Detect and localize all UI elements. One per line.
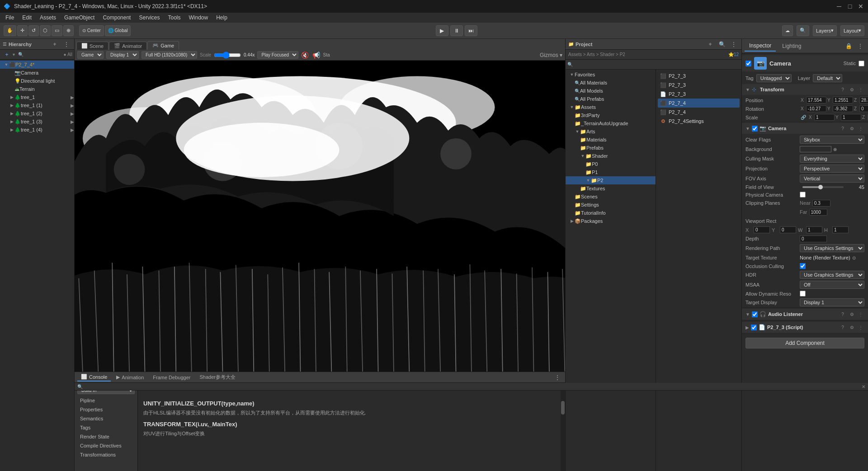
folder-3rdparty[interactable]: 📁 3rdParty — [566, 111, 656, 119]
file-p273-scene[interactable]: ⬛ P2_7_3 — [658, 71, 740, 80]
sidebar-transformations[interactable]: Transformations — [75, 450, 137, 459]
pause-button[interactable]: ⏸ — [450, 25, 463, 36]
project-menu[interactable]: ⋮ — [729, 39, 739, 49]
tab-animator[interactable]: 🎬 Animator — [109, 42, 147, 50]
hier-add-btn[interactable]: + — [2, 50, 12, 60]
search-button[interactable]: 🔍 — [797, 25, 809, 36]
sc-x-input[interactable] — [814, 114, 835, 121]
hier-tree1-1[interactable]: ▶ 🌲 tree_1 (1) ▶ — [0, 101, 74, 109]
script-menu[interactable]: ⋮ — [857, 324, 864, 331]
fav-all-materials[interactable]: 🔍 All Materials — [566, 79, 656, 87]
audio-info[interactable]: ? — [839, 311, 846, 318]
folder-prefabs[interactable]: 📁 Prefabs — [566, 144, 656, 152]
display-num-select[interactable]: Display 1 — [106, 51, 139, 59]
hier-tree1-4[interactable]: ▶ 🌲 tree_1 (4) ▶ — [0, 126, 74, 134]
menu-help[interactable]: Help — [212, 14, 231, 22]
near-input[interactable] — [812, 200, 830, 207]
file-p274-2[interactable]: ⬛ P2_7_4 — [658, 108, 740, 117]
tree1-expand[interactable]: ▶ — [71, 95, 74, 100]
sidebar-semantics[interactable]: Semantics — [75, 414, 137, 423]
file-p273-script[interactable]: 📄 P2_7_3 — [658, 89, 740, 99]
audio-btn[interactable]: 📢 — [312, 52, 320, 59]
tab-frame-debugger[interactable]: Frame Debugger — [149, 374, 194, 381]
tab-lighting[interactable]: Lighting — [778, 41, 806, 51]
inspector-lock[interactable]: 🔒 — [844, 41, 854, 51]
file-p274[interactable]: ⬛ P2_7_4 — [658, 99, 740, 108]
menu-assets[interactable]: Assets — [36, 14, 60, 22]
sc-y-input[interactable] — [841, 114, 861, 121]
global-toggle[interactable]: 🌐 Global — [105, 25, 131, 36]
menu-file[interactable]: File — [2, 14, 18, 22]
rot-y-input[interactable] — [833, 105, 853, 112]
layers-dropdown[interactable]: Layers ▾ — [813, 25, 837, 36]
fav-all-models[interactable]: 🔍 All Models — [566, 87, 656, 95]
occlusion-checkbox[interactable] — [800, 263, 806, 269]
shader-arrow[interactable]: ▼ — [580, 154, 585, 158]
menu-edit[interactable]: Edit — [19, 14, 35, 22]
transform-menu[interactable]: ⋮ — [857, 86, 864, 93]
folder-textures[interactable]: 📁 Textures — [566, 184, 656, 193]
project-search-btn[interactable]: 🔍 — [717, 39, 727, 49]
add-component-button[interactable]: Add Component — [745, 338, 864, 349]
hier-search[interactable]: 🔍 — [16, 50, 26, 60]
tool-rotate[interactable]: ↺ — [28, 25, 39, 36]
tree1-arrow[interactable]: ▶ — [9, 95, 14, 99]
clear-flags-select[interactable]: Skybox — [800, 136, 864, 144]
audio-settings[interactable]: ⚙ — [848, 311, 855, 318]
physical-cam-checkbox[interactable] — [800, 192, 806, 198]
culling-mask-select[interactable]: Everything — [800, 155, 864, 163]
rot-x-input[interactable] — [806, 105, 826, 112]
project-add[interactable]: + — [705, 39, 715, 49]
scene-arrow[interactable]: ▼ — [4, 62, 9, 67]
tree1-1-expand[interactable]: ▶ — [71, 103, 74, 108]
gizmos-btn[interactable]: Gizmos ▾ — [540, 52, 562, 58]
tab-animation[interactable]: ▶ Animation — [113, 373, 147, 381]
pos-x-input[interactable] — [806, 97, 826, 104]
hierarchy-menu[interactable]: ⋮ — [61, 39, 71, 49]
inspector-menu[interactable]: ⋮ — [855, 41, 865, 51]
static-checkbox[interactable] — [859, 61, 864, 66]
file-p274-settings[interactable]: ⚙ P2_7_4Settings — [658, 117, 740, 126]
close-btn[interactable]: ✕ — [857, 3, 864, 10]
camera-enabled[interactable] — [752, 126, 758, 132]
mute-btn[interactable]: 🔇 — [301, 52, 309, 59]
eyedropper-icon[interactable]: ⊕ — [833, 147, 837, 152]
pivot-toggle[interactable]: ⊙ Center — [79, 25, 104, 36]
transform-info[interactable]: ? — [839, 86, 846, 93]
vp-w-input[interactable] — [806, 226, 822, 233]
menu-tools[interactable]: Tools — [164, 14, 184, 22]
folder-scenes[interactable]: 📁 Scenes — [566, 193, 656, 201]
vp-x-input[interactable] — [754, 226, 770, 233]
hier-camera[interactable]: 📷 Camera — [0, 69, 74, 77]
rot-z-input[interactable] — [859, 105, 868, 112]
tool-transform[interactable]: ⊕ — [63, 25, 74, 36]
tab-scene[interactable]: ⬜ Scene — [76, 42, 108, 50]
folder-terrain[interactable]: 📁 _TerrainAutoUpgrade — [566, 119, 656, 127]
scene-root[interactable]: ▼ ⬛ P2_7_4* — [0, 61, 74, 69]
hier-tree1-2[interactable]: ▶ 🌲 tree_1 (2) ▶ — [0, 109, 74, 118]
background-color-swatch[interactable] — [800, 146, 831, 152]
script-info[interactable]: ? — [839, 324, 846, 331]
projection-select[interactable]: Perspective — [800, 165, 864, 173]
audio-menu[interactable]: ⋮ — [857, 311, 864, 318]
script-enabled[interactable] — [751, 325, 757, 330]
cam-info[interactable]: ? — [839, 125, 846, 132]
cam-menu[interactable]: ⋮ — [857, 125, 864, 132]
tab-inspector[interactable]: Inspector — [745, 41, 776, 52]
p2-arrow[interactable]: ▼ — [585, 178, 591, 183]
pos-y-input[interactable] — [833, 97, 853, 104]
console-search-input[interactable] — [85, 384, 860, 389]
hierarchy-add[interactable]: + — [50, 39, 60, 49]
sidebar-tags[interactable]: Tags — [75, 423, 137, 432]
pos-z-input[interactable] — [859, 97, 868, 104]
sidebar-compile-directives[interactable]: Compile Directives — [75, 441, 137, 450]
maximize-btn[interactable]: □ — [846, 3, 854, 10]
menu-gameobject[interactable]: GameObject — [61, 14, 98, 22]
folder-tutorialinfo[interactable]: 📁 TutorialInfo — [566, 209, 656, 217]
folder-p2[interactable]: ▼ 📁 P2 — [566, 176, 656, 184]
hier-tree1-3[interactable]: ▶ 🌲 tree_1 (3) ▶ — [0, 118, 74, 126]
fov-slider-track[interactable] — [802, 186, 844, 188]
folder-settings[interactable]: 📁 Settings — [566, 201, 656, 209]
fav-arrow[interactable]: ▼ — [569, 72, 575, 77]
hier-dirlight[interactable]: 💡 Directional light — [0, 77, 74, 85]
